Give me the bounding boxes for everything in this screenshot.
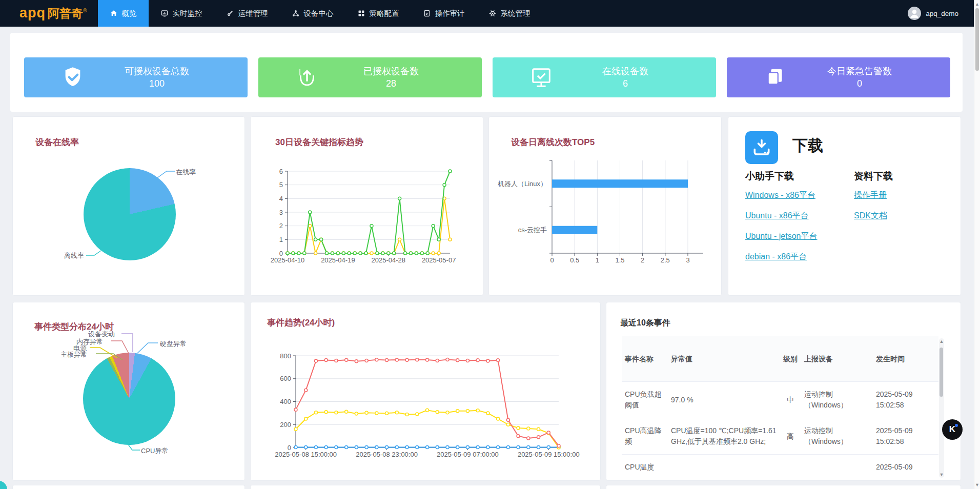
- event-cell: CPU温度=100 ℃;CPU频率=1.61 GHz,低于其基准频率2.0 GH…: [668, 418, 780, 455]
- next-row-panel-sliver: [250, 485, 601, 489]
- menu-item-3[interactable]: 设备中心: [280, 0, 345, 27]
- audit-icon: [423, 10, 431, 17]
- event-cell: 2025-05-09 15:02:58: [873, 418, 938, 455]
- table-scrollbar-thumb[interactable]: [940, 348, 943, 397]
- stat-card-3: 今日紧急告警数0: [727, 57, 950, 97]
- panel-30day-trend: 30日设备关键指标趋势 01234562025-04-102025-04-192…: [250, 116, 483, 296]
- scroll-up-icon[interactable]: ▲: [939, 338, 944, 344]
- table-header-row: 事件名称异常值级别上报设备发生时间: [622, 336, 938, 382]
- event-types-pie[interactable]: [83, 353, 175, 445]
- leader-line-memory: [111, 341, 129, 354]
- svg-text:5: 5: [279, 181, 283, 189]
- table-column-header: 级别: [780, 336, 801, 382]
- stat-cards-container: 可授权设备总数100已授权设备数28在线设备数6今日紧急告警数0: [10, 33, 963, 112]
- leader-line-offline: [86, 251, 101, 255]
- panel-event-trend: 事件趋势(24小时) 02004006008002025-05-08 15:00…: [250, 302, 601, 481]
- leader-line-device-change: [121, 334, 133, 352]
- svg-text:2025-05-08 15:00:00: 2025-05-08 15:00:00: [275, 451, 337, 458]
- stat-card-0: 可授权设备总数100: [24, 57, 248, 97]
- event-cell: [780, 455, 801, 480]
- leader-line-disk: [137, 343, 158, 353]
- download-link[interactable]: SDK文档: [854, 211, 961, 221]
- app-logo[interactable]: apq 阿普奇 ®: [19, 5, 87, 22]
- username: apq_demo: [926, 10, 958, 17]
- download-title: 下载: [792, 135, 823, 156]
- stat-card-label: 今日紧急告警数: [787, 65, 932, 77]
- svg-text:cs-云控手: cs-云控手: [518, 226, 547, 234]
- download-link[interactable]: 操作手册: [854, 190, 961, 201]
- page-scrollbar[interactable]: ▲ ▼: [974, 0, 980, 489]
- download-link[interactable]: Windows - x86平台: [745, 190, 853, 201]
- table-column-header: 异常值: [668, 336, 780, 382]
- user-info[interactable]: apq_demo: [908, 7, 958, 20]
- menu-item-label: 设备中心: [303, 9, 333, 18]
- menu-item-2[interactable]: 运维管理: [214, 0, 280, 27]
- menu-item-5[interactable]: 操作审计: [411, 0, 477, 27]
- stat-card-value: 100: [85, 77, 229, 90]
- home-icon: [110, 10, 117, 17]
- svg-text:800: 800: [280, 352, 291, 360]
- event-cell: 2025-05-09 15:02:58: [873, 382, 938, 418]
- event-cell: CPU负载超阈值: [622, 382, 668, 418]
- scroll-down-icon[interactable]: ▼: [939, 472, 944, 478]
- event-trend-line-chart[interactable]: 02004006008002025-05-08 15:00:002025-05-…: [251, 302, 601, 481]
- svg-text:2025-05-09 15:00:00: 2025-05-09 15:00:00: [518, 451, 580, 458]
- main-menu: 概览实时监控运维管理设备中心策略配置操作审计系统管理: [98, 0, 542, 27]
- table-column-header: 事件名称: [622, 336, 668, 382]
- event-row: CPU负载超阈值97.0 %中运动控制（Windows）2025-05-09 1…: [622, 382, 938, 418]
- event-cell: [668, 455, 780, 480]
- menu-item-4[interactable]: 策略配置: [345, 0, 411, 27]
- download-link[interactable]: Ubuntu - x86平台: [745, 211, 853, 221]
- svg-text:6: 6: [279, 168, 283, 175]
- pie-label-offline: 离线率: [64, 251, 84, 260]
- offline-top5-bar-chart[interactable]: 00.511.522.53机器人（Linux）cs-云控手: [489, 117, 722, 296]
- svg-text:2025-05-07: 2025-05-07: [422, 256, 456, 264]
- menu-item-0[interactable]: 概览: [98, 0, 149, 27]
- scroll-up-icon[interactable]: ▲: [974, 1, 980, 7]
- next-row-panel-sliver: [606, 485, 961, 489]
- svg-text:600: 600: [280, 375, 291, 382]
- trend30-line-chart[interactable]: 01234562025-04-102025-04-192025-04-28202…: [251, 117, 483, 296]
- menu-item-1[interactable]: 实时监控: [149, 0, 214, 27]
- menu-item-label: 策略配置: [369, 9, 399, 18]
- event-cell: 2025-05-09: [873, 455, 938, 480]
- menu-item-6[interactable]: 系统管理: [477, 0, 542, 27]
- stat-card-value: 6: [553, 77, 698, 90]
- panel-event-types: 事件类型分布24小时 设备变动 内存异常 电源 主板异常 硬盘异常 CPU异常: [12, 302, 245, 481]
- event-row: CPU温度2025-05-09: [622, 455, 938, 480]
- wrench-icon: [227, 10, 234, 17]
- download-link[interactable]: Ubuntu - jetson平台: [745, 231, 853, 242]
- download-section-docs: 资料下载操作手册SDK文档: [854, 170, 961, 231]
- svg-text:1: 1: [279, 236, 283, 243]
- table-scrollbar[interactable]: ▲ ▼: [939, 338, 944, 478]
- svg-text:2025-05-08 23:00:00: 2025-05-08 23:00:00: [356, 451, 418, 458]
- stat-card-label: 可授权设备总数: [85, 65, 229, 77]
- download-heading: 资料下载: [854, 170, 961, 183]
- download-link[interactable]: debian - x86平台: [745, 252, 853, 262]
- online-rate-pie[interactable]: [84, 168, 176, 260]
- assistant-floating-button[interactable]: K: [942, 419, 963, 440]
- stat-card-1: 已授权设备数28: [258, 57, 482, 97]
- svg-text:0: 0: [550, 256, 554, 264]
- panel-recent-events: 最近10条事件 事件名称异常值级别上报设备发生时间 CPU负载超阈值97.0 %…: [606, 302, 961, 481]
- scroll-down-icon[interactable]: ▼: [974, 482, 980, 488]
- svg-text:0.5: 0.5: [570, 256, 579, 264]
- svg-text:2025-04-10: 2025-04-10: [271, 256, 305, 264]
- notification-dot: [955, 424, 958, 427]
- panel-title: 最近10条事件: [620, 318, 670, 329]
- monitor-check-icon: [529, 66, 553, 89]
- page-scrollbar-thumb[interactable]: [975, 8, 979, 71]
- download-icon[interactable]: [745, 131, 778, 164]
- event-cell: CPU温度: [622, 455, 668, 480]
- monitor-icon: [161, 10, 168, 17]
- copy-icon: [764, 66, 787, 89]
- stat-card-value: 0: [787, 77, 932, 90]
- pie-label-online: 在线率: [176, 168, 196, 177]
- logo-text: apq: [19, 5, 46, 21]
- event-cell: [801, 455, 873, 480]
- corner-pie-fragment: [0, 481, 7, 489]
- panel-download: 下载 小助手下载Windows - x86平台Ubuntu - x86平台Ubu…: [728, 116, 961, 296]
- table-column-header: 上报设备: [801, 336, 873, 382]
- svg-text:机器人（Linux）: 机器人（Linux）: [498, 180, 547, 188]
- logo-cn-text: 阿普奇: [48, 6, 83, 22]
